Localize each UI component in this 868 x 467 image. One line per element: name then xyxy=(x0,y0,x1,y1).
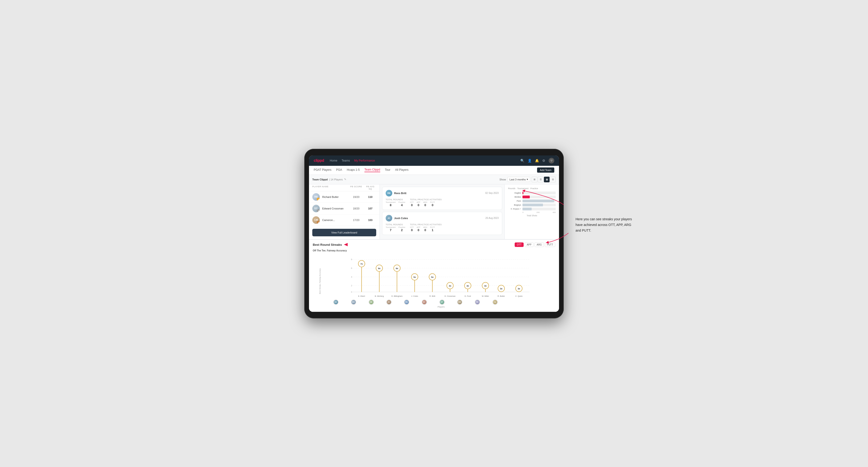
player-badge-bronze: 3 xyxy=(317,221,320,224)
putt-stat: PUTT 1 xyxy=(430,226,435,232)
arg-value: 0 xyxy=(424,203,426,207)
player-photo: EE xyxy=(333,300,338,305)
total-rounds-group: Total Rounds Tournament 7 Practice 2 xyxy=(385,223,405,232)
player-avg: 107 xyxy=(365,207,376,210)
player-photo-container: DB xyxy=(362,300,380,305)
player-photo-container: RB xyxy=(398,300,415,305)
svg-text:6x: 6x xyxy=(378,267,380,270)
avatar: EC 2 xyxy=(312,205,320,212)
show-filter: Show Last 3 months ▾ ⊞ ☰ ▦ ⊟ xyxy=(499,177,556,182)
annotation-container: Here you can see streaks your players ha… xyxy=(576,217,637,233)
header-pb-score: PB SCORE xyxy=(348,185,365,190)
player-photo: RB xyxy=(475,300,480,305)
arg-label: ARG xyxy=(423,226,427,228)
add-team-button[interactable]: Add Team xyxy=(537,167,554,173)
player-photo: DB xyxy=(369,300,374,305)
player-avg: 103 xyxy=(365,219,376,221)
practice-stat: Practice 2 xyxy=(398,226,405,232)
svg-text:C. Quick: C. Quick xyxy=(516,295,523,297)
nav-hcaps[interactable]: Hcaps 1-5 xyxy=(347,168,360,172)
player-photo-container: EE xyxy=(327,300,345,305)
player-photo: DF xyxy=(439,300,445,305)
arg-stat: ARG 0 xyxy=(423,201,427,207)
player-score: 19/20 xyxy=(348,195,365,198)
period-dropdown[interactable]: Last 3 months ▾ xyxy=(507,177,530,182)
nav-teams[interactable]: Teams xyxy=(342,159,350,162)
player-badge-gold: 1 xyxy=(317,198,320,201)
practice-activities-row: OTT 0 APP 0 ARG 0 xyxy=(410,201,441,207)
navbar-actions: 🔍 👤 🔔 ⚙ U xyxy=(520,158,554,163)
player-photo-container: MM xyxy=(451,300,468,305)
bar-value-dbogeys: 131 xyxy=(559,208,559,210)
svg-text:6: 6 xyxy=(351,267,352,269)
streaks-section: Best Round Streaks OTT APP ARG PUTT Off … xyxy=(309,239,559,312)
notification-icon[interactable]: 🔔 xyxy=(535,159,539,162)
total-rounds-label: Total Rounds xyxy=(385,198,405,201)
list-view-icon[interactable]: ☰ xyxy=(538,177,544,182)
practice-activities-row: OTT 0 APP 0 ARG 0 xyxy=(410,226,441,232)
player-card-date: 26 Aug 2023 xyxy=(486,217,499,219)
nav-pga[interactable]: PGA xyxy=(336,168,342,172)
player-card-stats: Total Rounds Tournament 7 Practice 2 xyxy=(385,223,499,232)
player-score: 17/20 xyxy=(348,219,365,221)
table-view-icon[interactable]: ⊟ xyxy=(550,177,556,182)
svg-text:0: 0 xyxy=(351,291,352,293)
filter-row: Team Clippd | 14 Players ✎ Show Last 3 m… xyxy=(309,175,559,184)
edit-team-icon[interactable]: ✎ xyxy=(344,178,346,181)
total-rounds-group: Total Rounds Tournament 8 Practice 4 xyxy=(385,198,405,207)
practice-stat: Practice 4 xyxy=(398,201,405,207)
chart-x-label: Total Shots xyxy=(508,214,556,217)
app-stat: APP 0 xyxy=(416,201,420,207)
arrow-icon xyxy=(344,243,349,246)
bar-label-birdies: Birdies xyxy=(508,196,521,198)
secondary-nav-actions: Add Team xyxy=(537,167,554,173)
nav-pgat-players[interactable]: PGAT Players xyxy=(314,168,331,172)
player-row[interactable]: RB 1 Richard Butler 19/20 110 xyxy=(309,191,379,203)
settings-icon[interactable]: ⚙ xyxy=(542,159,545,162)
svg-text:R. Butler: R. Butler xyxy=(497,295,505,297)
secondary-nav: PGAT Players PGA Hcaps 1-5 Team Clippd T… xyxy=(309,166,559,175)
player-photos-row: EE BM DB JC RB xyxy=(327,300,555,305)
nav-team-clippd[interactable]: Team Clippd xyxy=(365,168,380,172)
svg-text:M. Miller: M. Miller xyxy=(482,295,489,297)
y-axis-label: Best Streak, Fairway Accuracy xyxy=(319,269,321,294)
grid-view-icon[interactable]: ⊞ xyxy=(532,177,537,182)
chevron-down-icon: ▾ xyxy=(527,178,528,181)
search-icon[interactable]: 🔍 xyxy=(520,159,524,162)
svg-text:8: 8 xyxy=(351,258,352,261)
player-cards-panel: RB Rees Britt 02 Sep 2023 Total Rounds T… xyxy=(380,184,505,239)
streak-chart: 8 6 4 2 0 7x E. Ebert xyxy=(327,255,555,308)
player-row[interactable]: EC 2 Edward Crossman 18/20 107 xyxy=(309,203,379,214)
team-title: Team Clippd xyxy=(312,178,328,181)
player-score: 18/20 xyxy=(348,207,365,210)
users-icon[interactable]: 👤 xyxy=(528,159,532,162)
svg-text:5x: 5x xyxy=(431,276,434,278)
user-avatar[interactable]: U xyxy=(549,158,554,163)
chart-x-axis: 0 200 400 xyxy=(508,211,556,214)
avatar: RB 1 xyxy=(312,193,320,201)
arg-tab[interactable]: ARG xyxy=(534,243,544,247)
app-tab[interactable]: APP xyxy=(525,243,533,247)
player-name: Cameron... xyxy=(322,219,348,221)
nav-my-performance[interactable]: My Performance xyxy=(354,159,375,162)
player-photo-container: EC xyxy=(415,300,433,305)
nav-tour[interactable]: Tour xyxy=(385,168,390,172)
svg-text:R. Britt: R. Britt xyxy=(430,295,435,297)
player-photo: EC xyxy=(422,300,427,305)
player-row[interactable]: CM 3 Cameron... 17/20 103 xyxy=(309,214,379,226)
player-photo-container: BM xyxy=(345,300,362,305)
putt-stat: PUTT 0 xyxy=(430,201,435,207)
nav-home[interactable]: Home xyxy=(330,159,337,162)
view-full-leaderboard-button[interactable]: View Full Leaderboard xyxy=(312,229,376,236)
header-pb-avg: PB AVG SQ xyxy=(365,185,376,190)
arg-stat: ARG 0 xyxy=(423,226,427,232)
ott-tab[interactable]: OTT xyxy=(515,243,524,247)
player-card-header: RB Rees Britt 02 Sep 2023 xyxy=(385,190,499,196)
card-view-icon[interactable]: ▦ xyxy=(544,177,550,182)
tournament-stat: Tournament 8 xyxy=(385,201,396,207)
player-badge-silver: 2 xyxy=(317,209,320,212)
player-card-header: JC Josh Coles 26 Aug 2023 xyxy=(385,215,499,221)
streaks-header: Best Round Streaks OTT APP ARG PUTT xyxy=(313,243,555,247)
player-card-name: Josh Coles xyxy=(394,217,486,220)
nav-all-players[interactable]: All Players xyxy=(395,168,408,172)
